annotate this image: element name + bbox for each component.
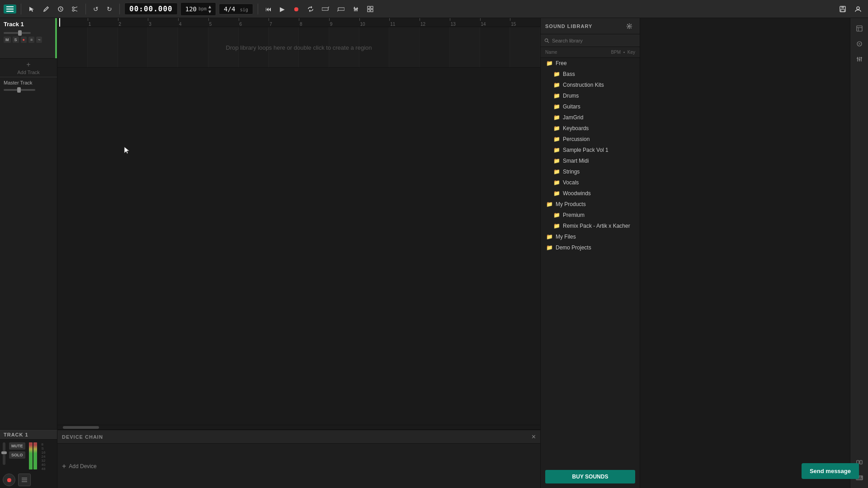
- undo-button[interactable]: ↺: [90, 4, 101, 14]
- track1-arm-btn[interactable]: ●: [21, 37, 27, 43]
- lane-cell-12[interactable]: [420, 27, 450, 67]
- add-device-button[interactable]: + Add Device: [62, 462, 97, 470]
- save-button[interactable]: [836, 4, 849, 14]
- library-search-input[interactable]: [552, 38, 636, 43]
- h-scroll-thumb[interactable]: [63, 426, 99, 429]
- add-track-area[interactable]: + Add Track: [0, 59, 57, 77]
- library-settings-button[interactable]: [623, 21, 635, 31]
- clock-tool-button[interactable]: [55, 4, 66, 14]
- track1-controls: M S ● ≡ ~: [4, 37, 53, 43]
- lane-cell-13[interactable]: [450, 27, 480, 67]
- redo-button[interactable]: ↻: [104, 4, 115, 14]
- bottom-controls: MUTE SOLO 8S1624324048: [0, 440, 57, 474]
- menu-button[interactable]: [4, 5, 16, 14]
- lane-cell-2[interactable]: [118, 27, 148, 67]
- punch-out-button[interactable]: [335, 4, 347, 14]
- scissors-tool-button[interactable]: [69, 4, 81, 14]
- library-item-17[interactable]: 📁Demo Projects: [541, 242, 640, 253]
- lane-cell-11[interactable]: [389, 27, 420, 67]
- library-item-3[interactable]: 📁Drums: [541, 90, 640, 101]
- bottom-vol-fader[interactable]: [3, 442, 5, 465]
- punch-in-button[interactable]: [319, 4, 332, 14]
- library-item-7[interactable]: 📁Percussion: [541, 134, 640, 145]
- instrument-icon-btn[interactable]: [853, 37, 866, 51]
- toolbar: ↺ ↻ 00:00.000 120 bpm ▲▼ 4/4 sig ⏮ ▶ ⏺: [0, 0, 868, 18]
- play-button[interactable]: ▶: [277, 4, 288, 14]
- col-name: Name: [545, 50, 557, 55]
- lane-cell-6[interactable]: [239, 27, 269, 67]
- horizontal-scrollbar[interactable]: [57, 425, 540, 429]
- svg-line-9: [328, 7, 329, 8]
- pencil-tool-button[interactable]: [40, 4, 52, 14]
- library-item-12[interactable]: 📁Woodwinds: [541, 188, 640, 199]
- folder-icon: 📁: [546, 60, 553, 66]
- library-item-8[interactable]: 📁Sample Pack Vol 1: [541, 145, 640, 155]
- lane-cell-10[interactable]: [359, 27, 390, 67]
- solo-button[interactable]: SOLO: [9, 451, 25, 459]
- folder-icon: 📁: [553, 190, 560, 197]
- library-item-0[interactable]: 📁Free: [541, 58, 640, 69]
- profile-button[interactable]: [852, 4, 864, 14]
- library-item-16[interactable]: 📁My Files: [541, 231, 640, 242]
- select-tool-button[interactable]: [26, 4, 38, 14]
- mixer-icon-btn[interactable]: [853, 52, 866, 66]
- lane-cell-9[interactable]: [329, 27, 359, 67]
- lane-cell-5[interactable]: [208, 27, 239, 67]
- mute-button[interactable]: MUTE: [9, 442, 25, 450]
- clip-view-button[interactable]: [18, 474, 31, 486]
- folder-icon: 📁: [553, 82, 560, 88]
- device-chain-close[interactable]: ×: [532, 433, 536, 441]
- library-item-2[interactable]: 📁Construction Kits: [541, 80, 640, 90]
- ruler-mark-9: 9: [329, 18, 333, 27]
- lane-cell-7[interactable]: [269, 27, 299, 67]
- lane-cell-15[interactable]: [510, 27, 540, 67]
- library-item-5[interactable]: 📁JamGrid: [541, 112, 640, 123]
- buy-sounds-button[interactable]: BUY SOUNDS: [545, 470, 635, 483]
- library-item-label: Guitars: [563, 103, 580, 110]
- skip-start-button[interactable]: ⏮: [263, 4, 274, 14]
- lane-cell-3[interactable]: [148, 27, 178, 67]
- track1-lane[interactable]: Drop library loops here or double click …: [57, 27, 540, 68]
- lane-cell-1[interactable]: [88, 27, 118, 67]
- time-sig-display[interactable]: 4/4 sig: [219, 4, 253, 14]
- loop-button[interactable]: [305, 4, 316, 14]
- library-item-1[interactable]: 📁Bass: [541, 69, 640, 80]
- ruler-mark-3: 3: [148, 18, 151, 27]
- track1-vol-slider[interactable]: [4, 32, 31, 34]
- lane-cell-0[interactable]: [57, 27, 88, 67]
- svg-point-5: [72, 9, 74, 11]
- bottom-vol-thumb: [1, 451, 7, 454]
- mix-button[interactable]: [350, 4, 362, 14]
- grid-button[interactable]: [364, 4, 376, 14]
- bpm-display[interactable]: 120 bpm ▲▼: [180, 2, 216, 16]
- library-item-9[interactable]: 📁Smart Midi: [541, 155, 640, 166]
- library-item-13[interactable]: 📁My Products: [541, 199, 640, 210]
- library-item-11[interactable]: 📁Vocals: [541, 177, 640, 188]
- library-item-4[interactable]: 📁Guitars: [541, 101, 640, 112]
- master-vol-slider[interactable]: [4, 89, 35, 91]
- lane-cell-4[interactable]: [178, 27, 208, 67]
- track-lanes[interactable]: Drop library loops here or double click …: [57, 27, 540, 425]
- track1-auto-btn[interactable]: ~: [36, 37, 42, 43]
- svg-point-30: [545, 38, 547, 41]
- sep1: [21, 4, 21, 14]
- track1-solo-btn[interactable]: S: [13, 37, 19, 43]
- playhead: [59, 18, 60, 27]
- lane-cell-14[interactable]: [480, 27, 510, 67]
- record-arm-button[interactable]: ⏺: [3, 474, 15, 486]
- main-area: Track 1 M S ● ≡ ~ +: [0, 18, 868, 488]
- ruler-mark-1: 1: [88, 18, 91, 27]
- library-item-10[interactable]: 📁Strings: [541, 166, 640, 177]
- record-button[interactable]: ⏺: [290, 4, 302, 14]
- library-item-15[interactable]: 📁Remix Pack - Artik x Kacher: [541, 221, 640, 231]
- library-item-14[interactable]: 📁Premium: [541, 210, 640, 221]
- lane-cell-8[interactable]: [299, 27, 329, 67]
- browser-icon-btn[interactable]: [853, 22, 866, 35]
- ruler-mark-15: 15: [510, 18, 516, 27]
- svg-point-36: [859, 43, 860, 45]
- track1-mute-btn[interactable]: M: [4, 37, 11, 43]
- folder-icon: 📁: [553, 114, 560, 121]
- send-message-button[interactable]: Send message: [802, 463, 859, 479]
- library-item-6[interactable]: 📁Keyboards: [541, 123, 640, 134]
- track1-fold-btn[interactable]: ≡: [28, 37, 34, 43]
